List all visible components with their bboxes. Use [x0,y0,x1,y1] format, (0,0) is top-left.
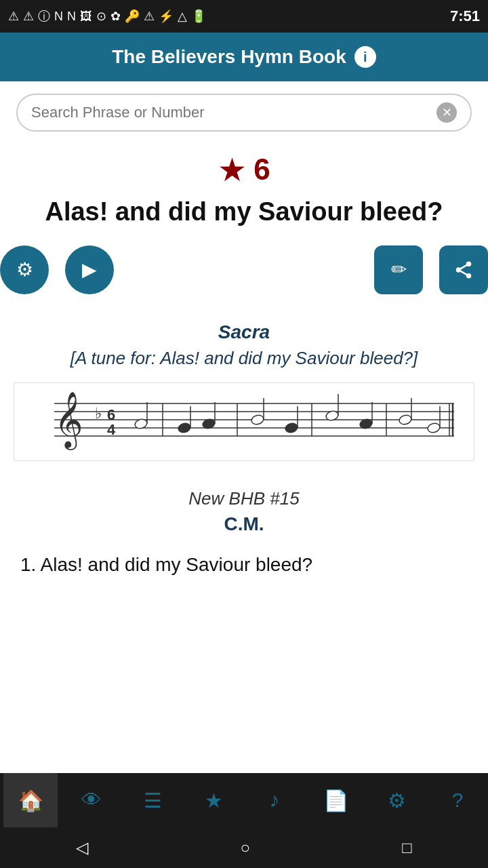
hymn-number: 6 [253,153,270,186]
header-info-button[interactable]: i [354,46,376,68]
key-icon: 🔑 [125,9,140,24]
search-bar: ✕ [16,94,472,132]
search-container: ✕ [0,81,488,144]
music-notation: 𝄞 ♭ 6 4 [14,382,474,461]
n-icon-2: N [67,9,76,24]
tune-info: Sacra [A tune for: Alas! and did my Savi… [0,315,488,376]
app-title: The Believers Hymn Book [112,46,346,68]
share-icon [453,260,474,280]
pages-icon: 📄 [323,789,348,812]
svg-point-22 [178,422,192,433]
status-bar: ⚠ ⚠ ⓘ N N 🖼 ⊙ ✿ 🔑 ⚠ ⚡ △ 🔋 7:51 [0,0,488,33]
flower-icon: ✿ [110,9,121,24]
bottom-nav: 🏠 👁 ☰ ★ ♪ 📄 ⚙ ? [0,773,488,827]
svg-point-28 [285,422,299,433]
svg-point-34 [399,414,413,425]
android-home-button[interactable]: ○ [240,838,250,857]
bluetooth-icon: ⚡ [159,9,174,24]
lyrics-line-1: 1. Alas! and did my Saviour bleed? [20,550,468,580]
eye-icon: 👁 [81,789,102,812]
tune-subtitle: [A tune for: Alas! and did my Saviour bl… [0,343,488,373]
settings-nav-icon: ⚙ [388,789,406,812]
android-recent-button[interactable]: □ [402,838,412,857]
nav-list[interactable]: ☰ [125,773,180,827]
lyrics: 1. Alas! and did my Saviour bleed? [0,539,488,591]
list-icon: ☰ [144,789,162,812]
nav-settings[interactable]: ⚙ [369,773,424,827]
svg-line-4 [461,265,467,269]
dot-icon: ⊙ [96,9,106,24]
search-clear-button[interactable]: ✕ [436,102,457,123]
signal-icon: △ [178,9,187,24]
search-input[interactable] [31,104,436,121]
status-bar-left-icons: ⚠ ⚠ ⓘ N N 🖼 ⊙ ✿ 🔑 ⚠ ⚡ △ 🔋 [8,8,206,24]
bhb-info: New BHB #15 C.M. [0,468,488,539]
settings-icon: ⚙ [16,258,33,281]
settings-button[interactable]: ⚙ [0,245,49,294]
star-nav-icon: ★ [205,789,223,812]
nav-pages[interactable]: 📄 [308,773,363,827]
nav-home[interactable]: 🏠 [3,773,58,827]
action-buttons: ⚙ ▶ ✏ [0,239,488,315]
svg-point-1 [456,267,462,273]
hymn-title: Alas! and did my Saviour bleed? [0,191,488,239]
svg-line-3 [461,271,467,274]
warning-icon-3: ⚠ [144,9,155,24]
warning-icon-2: ⚠ [23,9,34,24]
nav-favorites[interactable]: ★ [186,773,241,827]
edit-icon: ✏ [391,258,407,281]
home-icon: 🏠 [18,789,43,812]
nav-view[interactable]: 👁 [64,773,119,827]
nav-help[interactable]: ? [430,773,485,827]
svg-text:𝄞: 𝄞 [54,392,83,450]
hymn-star-icon[interactable]: ★ [218,151,247,189]
image-icon: 🖼 [80,9,92,24]
tune-name: Sacra [0,321,488,343]
nav-music[interactable]: ♪ [247,773,302,827]
warning-icon-1: ⚠ [8,9,19,24]
play-button[interactable]: ▶ [65,245,114,294]
edit-button[interactable]: ✏ [374,245,423,294]
info-icon-status: ⓘ [38,8,50,24]
play-icon: ▶ [82,258,97,281]
status-bar-time: 7:51 [450,7,480,25]
svg-point-36 [427,422,441,433]
music-icon: ♪ [270,789,280,812]
svg-point-0 [466,261,472,267]
help-icon: ? [452,789,464,812]
share-button[interactable] [439,245,488,294]
meter-label: C.M. [0,509,488,535]
svg-text:4: 4 [107,421,116,438]
bhb-number: New BHB #15 [0,488,488,509]
music-staff-svg: 𝄞 ♭ 6 4 [21,390,467,451]
hymn-number-area: ★ 6 [0,144,488,191]
svg-point-26 [251,414,265,425]
app-header: The Believers Hymn Book i [0,33,488,81]
n-icon-1: N [54,9,63,24]
android-back-button[interactable]: ◁ [76,838,88,857]
svg-text:♭: ♭ [95,405,102,422]
svg-point-2 [466,273,472,279]
battery-icon: 🔋 [191,9,206,24]
android-nav: ◁ ○ □ [0,827,488,868]
